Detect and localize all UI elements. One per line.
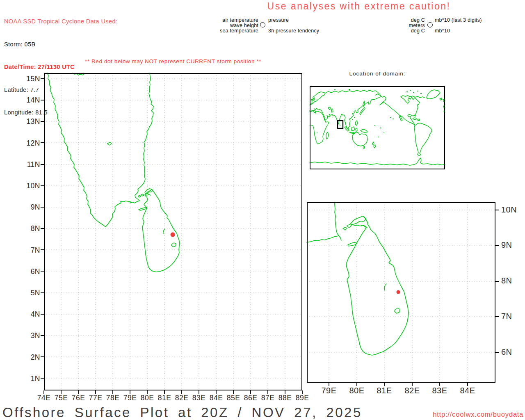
new-zealand	[372, 142, 376, 148]
main-map-gridlines	[44, 73, 302, 390]
caribbean-islands	[413, 118, 420, 121]
inland-tank-inset	[384, 284, 386, 290]
plot-title: Offshore Surface Plot at 20Z / NOV 27, 2…	[2, 405, 362, 420]
storm-id-line: Storm: 05B	[4, 41, 117, 48]
main-lat-label: 12N	[18, 139, 40, 148]
batticaloa-lagoon	[171, 243, 176, 247]
mannar-island	[139, 207, 146, 210]
inset-lat-label: 9N	[501, 240, 512, 250]
india-rameswaram-south	[307, 236, 341, 242]
legend-unit-mb-last3: mb*10 (last 3 digits)	[435, 17, 482, 23]
domain-map-canvas	[310, 86, 445, 169]
inset-lon-label: 79E	[317, 386, 341, 395]
inset-lat-label: 7N	[501, 312, 512, 321]
greenland	[427, 90, 440, 99]
sri-lanka-coastline-inset	[346, 217, 409, 355]
inset-lat-label: 10N	[501, 205, 517, 215]
station-circle-units-icon	[427, 22, 433, 27]
main-lat-label: 11N	[18, 160, 40, 169]
main-lat-label: 15N	[18, 75, 40, 83]
antarctica	[310, 158, 445, 165]
legend-air-temperature-label: air temperature	[180, 17, 258, 23]
coastlines-inset-map	[307, 202, 409, 355]
domain-rectangle	[338, 121, 343, 128]
africa	[310, 110, 329, 144]
sakhalin	[363, 101, 365, 107]
sri-lanka-coastline	[142, 189, 180, 272]
iceland	[440, 98, 442, 100]
inset-lon-label: 81E	[372, 386, 397, 395]
main-lat-label: 4N	[18, 310, 40, 319]
domain-map	[310, 86, 445, 169]
asia-coast	[310, 96, 381, 129]
inset-lat-label: 8N	[501, 276, 512, 285]
japan	[360, 107, 365, 115]
legend-wave-height-label: wave height	[180, 23, 258, 28]
main-lat-label: 8N	[18, 224, 40, 233]
inset-lon-label: 82E	[400, 386, 425, 395]
north-america-east	[401, 96, 425, 125]
domain-map-title: Location of domain:	[310, 71, 445, 77]
storm-position-dot-inset	[397, 290, 400, 294]
buoy-plot-page: NOAA SSD Tropical Cyclone Data Used: Sto…	[0, 0, 525, 420]
indonesia-philippines	[345, 121, 368, 134]
station-circle-icon	[260, 22, 265, 27]
jaffna-lagoon-inset	[353, 225, 367, 228]
coastlines-main-map	[47, 73, 180, 272]
caution-headline: Use analyses with extreme caution!	[203, 1, 515, 12]
main-map-lon-ticks	[44, 390, 302, 394]
jaffna-islands-inset	[343, 224, 352, 230]
main-lon-label: 89E	[292, 394, 313, 402]
batticaloa-lagoon-inset	[395, 308, 400, 313]
inset-lon-label: 83E	[427, 386, 452, 395]
inset-map-lon-ticks	[329, 383, 468, 386]
inset-map-canvas	[307, 202, 495, 383]
jaffna-peninsula-inset	[350, 216, 366, 225]
legend-unit-mb: mb*10	[435, 28, 450, 34]
legend-unit-degc-top: deg C	[369, 17, 425, 23]
inset-lat-label: 6N	[501, 347, 512, 357]
inset-map-gridlines	[307, 202, 495, 383]
jaffna-islands	[138, 194, 144, 197]
europe-scandinavia	[310, 92, 325, 105]
madagascar	[326, 132, 329, 139]
domain-map-border	[310, 87, 445, 169]
main-map	[44, 73, 302, 390]
australia	[352, 132, 368, 148]
main-map-border	[44, 73, 302, 390]
caspian-black-seas	[328, 107, 333, 112]
data-source-line: NOAA SSD Tropical Cyclone Data Used:	[4, 18, 117, 25]
legend-unit-degc-bottom: deg C	[369, 28, 425, 34]
inset-map-lat-ticks	[495, 210, 499, 352]
inset-lon-label: 80E	[345, 386, 369, 395]
main-lat-label: 13N	[18, 117, 40, 126]
main-lat-label: 6N	[18, 267, 40, 276]
source-url: http://coolwx.com/buoydata	[433, 411, 523, 418]
inset-map-border	[307, 203, 495, 382]
legend-unit-meters: meters	[369, 23, 425, 28]
main-lat-label: 14N	[18, 96, 40, 105]
india-rameswaram-north	[335, 202, 339, 236]
main-lat-label: 10N	[18, 182, 40, 190]
main-lat-label: 3N	[18, 331, 40, 340]
legend-pressure-label: pressure	[268, 17, 289, 23]
legend-pressure-tendency-label: 3h pressure tendency	[268, 28, 319, 34]
storm-position-warning: ** Red dot below may NOT represent CURRE…	[44, 58, 302, 64]
main-map-canvas	[44, 73, 302, 390]
main-lat-label: 5N	[18, 289, 40, 297]
main-lat-label: 1N	[18, 374, 40, 383]
main-lat-label: 2N	[18, 353, 40, 362]
storm-position-dot	[171, 233, 175, 237]
india-west-coastline	[47, 73, 105, 227]
main-lat-label: 9N	[18, 203, 40, 212]
legend-sea-temperature-label: sea temperature	[180, 28, 258, 34]
south-america	[414, 123, 432, 156]
arctic-russia	[325, 90, 381, 96]
world-coastlines	[310, 89, 445, 165]
main-lat-label: 7N	[18, 246, 40, 255]
inset-map	[307, 202, 495, 383]
inset-lon-label: 84E	[455, 386, 480, 395]
